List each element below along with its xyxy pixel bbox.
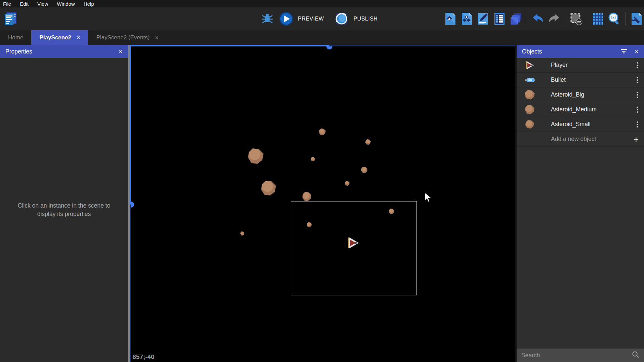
toolbar-divider xyxy=(587,12,587,26)
asteroid-big-icon xyxy=(523,90,536,100)
menu-edit[interactable]: Edit xyxy=(20,1,29,7)
kebab-menu-icon[interactable] xyxy=(635,76,639,84)
close-icon[interactable]: × xyxy=(635,48,639,56)
menu-view[interactable]: View xyxy=(37,1,48,7)
undo-icon[interactable] xyxy=(531,11,545,27)
layers-icon[interactable] xyxy=(509,11,523,27)
asteroid-instance[interactable] xyxy=(311,157,315,161)
asteroid-instance[interactable] xyxy=(319,129,326,135)
menu-help[interactable]: Help xyxy=(84,1,94,7)
objects-search-bar xyxy=(517,349,644,362)
player-ship-instance[interactable] xyxy=(347,237,360,249)
object-label: Asteroid_Big xyxy=(551,91,584,98)
objects-panel-header: Objects × xyxy=(517,45,644,58)
deselect-instances-icon[interactable] xyxy=(569,11,583,27)
plus-icon[interactable]: + xyxy=(634,135,639,144)
project-settings-icon[interactable] xyxy=(629,11,643,27)
debugger-icon[interactable] xyxy=(260,11,274,27)
tab-close-icon[interactable]: × xyxy=(155,34,159,41)
kebab-menu-icon[interactable] xyxy=(635,120,639,129)
publish-button[interactable]: PUBLISH xyxy=(354,16,378,22)
toolbar-right-group: 1:1 xyxy=(443,7,643,30)
left-drag-handle[interactable] xyxy=(131,202,134,208)
toolbar-divider xyxy=(565,12,565,26)
add-object-row[interactable]: Add a new object + xyxy=(517,132,644,147)
properties-icon[interactable] xyxy=(476,11,490,27)
canvas-left-edge-highlight xyxy=(130,45,131,205)
properties-panel-body: Click on an instance in the scene to dis… xyxy=(0,58,128,362)
toolbar-divider xyxy=(527,12,527,26)
toolbar: PREVIEW PUBLISH xyxy=(0,7,644,30)
object-row-bullet[interactable]: Bullet xyxy=(517,73,644,87)
add-object-label: Add a new object xyxy=(551,136,596,143)
mouse-cursor xyxy=(424,192,432,203)
tab-playscene2[interactable]: PlayScene2 × xyxy=(31,30,88,45)
redo-icon[interactable] xyxy=(547,11,561,27)
objects-editor-icon[interactable] xyxy=(443,11,457,27)
asteroid-instance[interactable] xyxy=(303,192,312,201)
asteroid-instance[interactable] xyxy=(365,139,371,145)
canvas-left-edge xyxy=(130,205,131,362)
svg-text:1:1: 1:1 xyxy=(611,16,616,20)
toolbar-divider xyxy=(625,12,626,26)
objects-title: Objects xyxy=(522,48,542,55)
gdevelop-window: File Edit View Window Help xyxy=(0,0,644,362)
canvas-top-edge-highlight xyxy=(130,45,329,46)
menu-bar: File Edit View Window Help xyxy=(0,0,644,7)
tab-playscene2-label: PlayScene2 xyxy=(39,34,71,41)
asteroid-medium-icon xyxy=(523,105,536,114)
asteroid-instance[interactable] xyxy=(261,181,276,195)
properties-panel-header: Properties × xyxy=(0,45,128,58)
object-row-asteroid-big[interactable]: Asteroid_Big xyxy=(517,87,644,102)
canvas-top-edge xyxy=(329,45,515,46)
asteroid-instance[interactable] xyxy=(345,181,350,186)
search-icon[interactable] xyxy=(632,351,639,360)
kebab-menu-icon[interactable] xyxy=(635,61,639,70)
grid-icon[interactable] xyxy=(591,11,605,27)
object-row-asteroid-medium[interactable]: Asteroid_Medium xyxy=(517,102,644,117)
properties-panel: Properties × Click on an instance in the… xyxy=(0,45,128,362)
zoom-1-1-icon[interactable]: 1:1 xyxy=(607,11,621,27)
object-label: Player xyxy=(551,62,568,69)
kebab-menu-icon[interactable] xyxy=(635,105,639,114)
filter-icon[interactable] xyxy=(620,48,627,55)
tab-home-label: Home xyxy=(8,34,23,41)
preview-icon[interactable] xyxy=(279,11,293,27)
menu-window[interactable]: Window xyxy=(57,1,75,7)
tab-playscene2-events[interactable]: PlayScene2 (Events) × xyxy=(88,30,166,45)
object-groups-icon[interactable] xyxy=(459,11,474,27)
player-ship-icon xyxy=(523,61,536,70)
object-label: Asteroid_Medium xyxy=(551,106,597,113)
kebab-menu-icon[interactable] xyxy=(635,90,639,99)
project-manager-icon[interactable] xyxy=(3,11,17,26)
objects-panel-spacer xyxy=(517,147,644,349)
objects-panel: Objects × xyxy=(517,45,644,362)
toolbar-center-group: PREVIEW PUBLISH xyxy=(260,7,384,30)
tab-bar: Home PlayScene2 × PlayScene2 (Events) × xyxy=(0,30,644,45)
asteroid-instance[interactable] xyxy=(248,148,264,164)
properties-empty-message: Click on an instance in the scene to dis… xyxy=(12,202,116,219)
object-row-player[interactable]: Player xyxy=(517,58,644,73)
scene-canvas[interactable]: 857;-40 xyxy=(130,45,515,362)
asteroid-instance[interactable] xyxy=(361,167,368,173)
asteroid-small-icon xyxy=(523,120,536,129)
tab-close-icon[interactable]: × xyxy=(77,34,80,41)
tab-playscene2-events-label: PlayScene2 (Events) xyxy=(96,34,150,41)
object-label: Asteroid_Small xyxy=(551,121,591,128)
search-input[interactable] xyxy=(521,352,622,359)
cursor-coordinates: 857;-40 xyxy=(132,353,155,361)
top-drag-handle[interactable] xyxy=(326,46,332,49)
menu-file[interactable]: File xyxy=(3,1,11,7)
instances-list-icon[interactable] xyxy=(492,11,507,27)
asteroid-instance[interactable] xyxy=(240,231,244,236)
tab-home[interactable]: Home xyxy=(0,30,31,45)
object-label: Bullet xyxy=(551,76,566,83)
object-row-asteroid-small[interactable]: Asteroid_Small xyxy=(517,117,644,132)
bullet-icon xyxy=(523,77,536,83)
close-icon[interactable]: × xyxy=(119,48,123,56)
properties-title: Properties xyxy=(5,48,32,55)
publish-icon[interactable] xyxy=(335,11,349,27)
preview-button[interactable]: PREVIEW xyxy=(298,16,324,22)
